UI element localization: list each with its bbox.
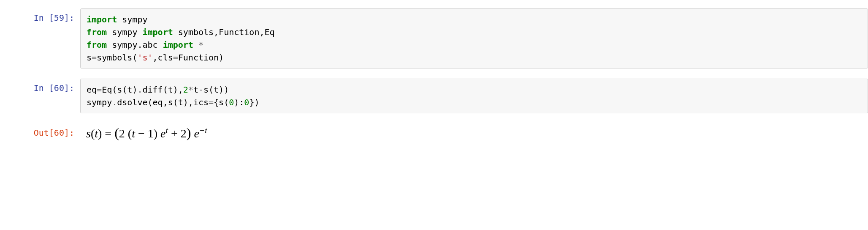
math-minus: − xyxy=(135,127,148,140)
op-star: * xyxy=(193,40,203,50)
math-paren-close: ) xyxy=(187,125,191,140)
code-text: {s( xyxy=(214,97,229,107)
cell-in-59: In [59]: import sympy from sympy import … xyxy=(0,8,868,68)
math-num-2: 2 xyxy=(119,127,125,140)
math-num-2: 2 xyxy=(181,127,187,140)
code-text: Eq(s(t) xyxy=(102,85,137,95)
code-text: sympy xyxy=(107,27,142,37)
code-text: t xyxy=(193,85,198,95)
code-text: diff(t), xyxy=(142,85,183,95)
op-eq: = xyxy=(97,85,102,95)
math-paren-open: ( xyxy=(114,125,119,140)
op-dot: . xyxy=(137,85,142,95)
prompt-in-60: In [60]: xyxy=(0,79,80,93)
math-paren-close: ) xyxy=(154,127,157,140)
kw-from: from xyxy=(87,40,107,50)
num-0: 0 xyxy=(229,97,234,107)
math-num-1: 1 xyxy=(148,127,154,140)
math-eq: = xyxy=(102,127,114,140)
math-e: e xyxy=(160,127,165,140)
code-text: dsolve(eq,s(t),ics xyxy=(117,97,209,107)
math-space xyxy=(191,127,194,140)
math-paren-close: ) xyxy=(98,127,102,140)
math-var-t: t xyxy=(132,127,135,140)
cell-in-60: In [60]: eq=Eq(s(t).diff(t),2*t-s(t)) sy… xyxy=(0,79,868,113)
code-text: Function) xyxy=(178,52,224,63)
op-eq: = xyxy=(92,52,97,63)
math-var-t: t xyxy=(95,127,98,140)
num-2: 2 xyxy=(183,85,188,95)
code-text: }) xyxy=(249,97,259,107)
code-text: s(t)) xyxy=(203,85,229,95)
code-text: sympy xyxy=(117,14,147,25)
op-star: * xyxy=(188,85,193,95)
math-paren-open: ( xyxy=(128,127,132,140)
math-e: e xyxy=(194,127,199,140)
num-0: 0 xyxy=(244,97,249,107)
out-body-60: s(t) = (2 (t − 1) et + 2) e−t xyxy=(80,123,868,142)
code-body-59[interactable]: import sympy from sympy import symbols,F… xyxy=(80,8,868,68)
kw-import: import xyxy=(163,40,193,50)
math-plus: + xyxy=(168,127,181,140)
kw-import: import xyxy=(87,14,117,25)
code-text: ): xyxy=(234,97,244,107)
math-paren-open: ( xyxy=(91,127,95,140)
prompt-out-60: Out[60]: xyxy=(0,123,80,138)
code-body-60[interactable]: eq=Eq(s(t).diff(t),2*t-s(t)) sympy.dsolv… xyxy=(80,79,868,113)
math-space xyxy=(125,127,128,140)
math-fn: s xyxy=(86,127,91,140)
op-minus: - xyxy=(198,85,203,95)
code-text: symbols,Function,Eq xyxy=(173,27,275,37)
op-eq: = xyxy=(173,52,178,63)
op-dot: . xyxy=(112,97,117,107)
str-s: 's' xyxy=(137,52,152,63)
math-sup-neg-t: −t xyxy=(199,126,207,135)
kw-from: from xyxy=(87,27,107,37)
code-text: ,cls xyxy=(153,52,173,63)
code-text: eq xyxy=(87,85,97,95)
code-text: symbols( xyxy=(97,52,137,63)
cell-out-60: Out[60]: s(t) = (2 (t − 1) et + 2) e−t xyxy=(0,123,868,142)
prompt-in-59: In [59]: xyxy=(0,8,80,23)
code-text: sympy.abc xyxy=(107,40,163,50)
code-text: s xyxy=(87,52,92,63)
kw-import: import xyxy=(142,27,173,37)
op-eq: = xyxy=(209,97,214,107)
code-text: sympy xyxy=(87,97,112,107)
